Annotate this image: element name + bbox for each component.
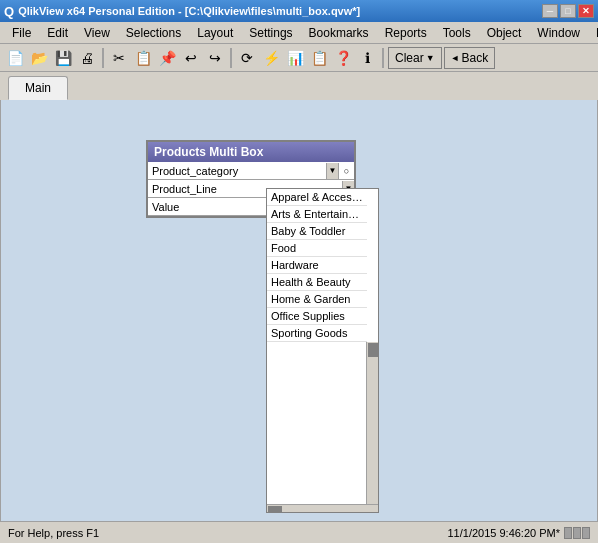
toolbar-help[interactable]: ❓ (332, 47, 354, 69)
menu-view[interactable]: View (76, 24, 118, 42)
close-button[interactable]: ✕ (578, 4, 594, 18)
menu-selections[interactable]: Selections (118, 24, 189, 42)
toolbar-undo[interactable]: ↩ (180, 47, 202, 69)
app-icon: Q (4, 4, 14, 19)
dropdown-item-2[interactable]: Baby & Toddler (267, 223, 367, 240)
title-bar: Q QlikView x64 Personal Edition - [C:\Ql… (0, 0, 598, 22)
back-label: Back (462, 51, 489, 65)
tab-main[interactable]: Main (8, 76, 68, 100)
toolbar-partial[interactable]: ⚡ (260, 47, 282, 69)
scroll-indicators (564, 527, 590, 539)
menu-help[interactable]: Help (588, 24, 598, 42)
toolbar-save[interactable]: 💾 (52, 47, 74, 69)
toolbar-redo[interactable]: ↪ (204, 47, 226, 69)
dropdown-list-container: Apparel & Accessori Arts & Entertainmen … (266, 188, 379, 513)
clear-arrow: ▼ (426, 53, 435, 63)
dropdown-item-0[interactable]: Apparel & Accessori (267, 189, 367, 206)
dropdown-item-4[interactable]: Hardware (267, 257, 367, 274)
scroll-seg-3 (582, 527, 590, 539)
toolbar-reload[interactable]: ⟳ (236, 47, 258, 69)
status-right: 11/1/2015 9:46:20 PM* (447, 527, 590, 539)
menu-window[interactable]: Window (529, 24, 588, 42)
menu-reports[interactable]: Reports (377, 24, 435, 42)
toolbar-clear-button[interactable]: Clear ▼ (388, 47, 442, 69)
minimize-button[interactable]: ─ (542, 4, 558, 18)
menu-settings[interactable]: Settings (241, 24, 300, 42)
toolbar-sep-2 (230, 48, 232, 68)
dropdown-item-7[interactable]: Office Supplies (267, 308, 367, 325)
dropdown-item-5[interactable]: Health & Beauty (267, 274, 367, 291)
scroll-seg-2 (573, 527, 581, 539)
menu-bar: File Edit View Selections Layout Setting… (0, 22, 598, 44)
menu-layout[interactable]: Layout (189, 24, 241, 42)
menu-file[interactable]: File (4, 24, 39, 42)
toolbar-sep-3 (382, 48, 384, 68)
tab-bar: Main (0, 72, 598, 100)
maximize-button[interactable]: □ (560, 4, 576, 18)
scrollbar-thumb (368, 343, 378, 357)
dropdown-item-3[interactable]: Food (267, 240, 367, 257)
toolbar-open[interactable]: 📂 (28, 47, 50, 69)
status-help-text: For Help, press F1 (8, 527, 99, 539)
hscroll-thumb (268, 506, 282, 512)
multibox-title-text: Products Multi Box (154, 145, 263, 159)
menu-tools[interactable]: Tools (435, 24, 479, 42)
status-bar: For Help, press F1 11/1/2015 9:46:20 PM* (0, 521, 598, 543)
toolbar-table[interactable]: 📋 (308, 47, 330, 69)
dropdown-item-8[interactable]: Sporting Goods (267, 325, 367, 342)
toolbar-paste[interactable]: 📌 (156, 47, 178, 69)
dropdown-items: Apparel & Accessori Arts & Entertainmen … (267, 189, 367, 342)
menu-object[interactable]: Object (479, 24, 530, 42)
toolbar-info[interactable]: ℹ (356, 47, 378, 69)
dropdown-item-1[interactable]: Arts & Entertainmen (267, 206, 367, 223)
toolbar-copy[interactable]: 📋 (132, 47, 154, 69)
back-arrow-icon: ◄ (451, 53, 460, 63)
toolbar: 📄 📂 💾 🖨 ✂ 📋 📌 ↩ ↪ ⟳ ⚡ 📊 📋 ❓ ℹ Clear ▼ ◄ … (0, 44, 598, 72)
multibox-row-product-category: Product_category ▼ ○ (148, 162, 354, 180)
title-bar-left: Q QlikView x64 Personal Edition - [C:\Ql… (4, 4, 360, 19)
dropdown-scrollbar[interactable] (366, 342, 378, 504)
toolbar-print[interactable]: 🖨 (76, 47, 98, 69)
dropdown-item-6[interactable]: Home & Garden (267, 291, 367, 308)
scroll-seg-1 (564, 527, 572, 539)
dropdown-hscrollbar[interactable] (267, 504, 378, 512)
menu-bookmarks[interactable]: Bookmarks (301, 24, 377, 42)
toolbar-new[interactable]: 📄 (4, 47, 26, 69)
toolbar-chart[interactable]: 📊 (284, 47, 306, 69)
toolbar-sep-1 (102, 48, 104, 68)
content-wrapper: Products Multi Box Product_category ▼ ○ … (1, 100, 597, 522)
menu-edit[interactable]: Edit (39, 24, 76, 42)
title-controls[interactable]: ─ □ ✕ (542, 4, 594, 18)
status-datetime: 11/1/2015 9:46:20 PM* (447, 527, 560, 539)
clear-label: Clear (395, 51, 424, 65)
toolbar-back-button[interactable]: ◄ Back (444, 47, 496, 69)
toolbar-cut[interactable]: ✂ (108, 47, 130, 69)
product-category-search[interactable]: ○ (338, 163, 354, 179)
main-content: Products Multi Box Product_category ▼ ○ … (0, 100, 598, 523)
product-category-label: Product_category (148, 163, 326, 179)
product-category-dropdown[interactable]: ▼ (326, 163, 338, 179)
window-title: QlikView x64 Personal Edition - [C:\Qlik… (18, 5, 360, 17)
multibox-title: Products Multi Box (148, 142, 354, 162)
